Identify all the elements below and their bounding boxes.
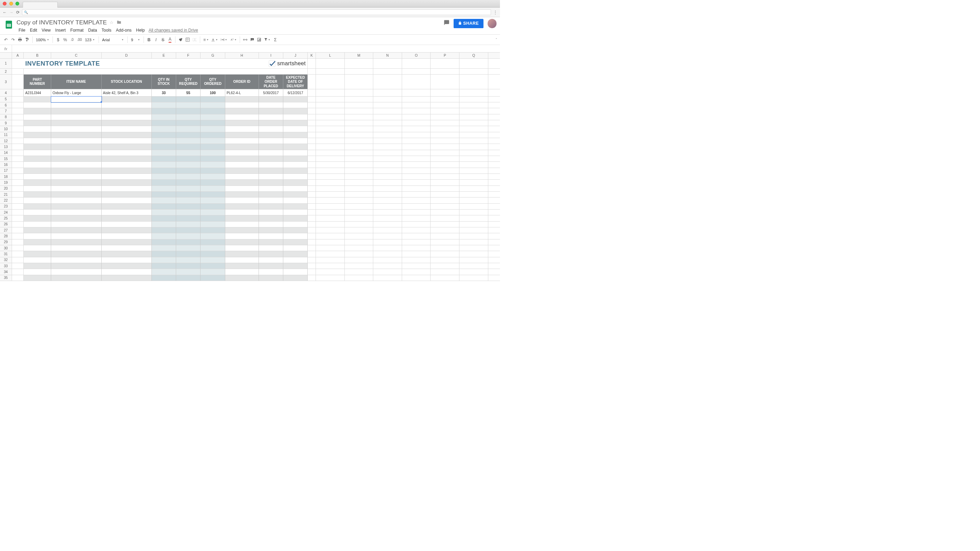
decrease-decimals-button[interactable]: .0	[69, 36, 75, 43]
cell[interactable]	[200, 150, 225, 156]
cell[interactable]	[12, 228, 24, 233]
cell[interactable]	[373, 210, 402, 215]
cell[interactable]	[316, 174, 345, 180]
cell[interactable]	[345, 89, 374, 96]
cell[interactable]	[488, 204, 500, 210]
cell[interactable]	[259, 204, 283, 210]
cell[interactable]	[373, 59, 402, 69]
cell[interactable]	[345, 215, 374, 221]
cell[interactable]	[283, 197, 308, 203]
cell[interactable]	[152, 257, 176, 263]
cell[interactable]	[460, 89, 488, 96]
cell[interactable]	[152, 204, 176, 210]
table-cell[interactable]: 100	[200, 89, 225, 96]
cell[interactable]	[176, 174, 200, 180]
cell[interactable]	[345, 210, 374, 215]
cell[interactable]	[176, 108, 200, 114]
cell[interactable]	[283, 251, 308, 257]
cell[interactable]	[283, 233, 308, 239]
cell[interactable]	[12, 156, 24, 162]
cell[interactable]	[316, 269, 345, 275]
cell[interactable]	[200, 162, 225, 168]
row-header-31[interactable]: 31	[0, 251, 12, 257]
row-header-22[interactable]: 22	[0, 197, 12, 203]
cell[interactable]	[176, 233, 200, 239]
cell[interactable]	[259, 115, 283, 120]
cell[interactable]	[225, 115, 259, 120]
cell[interactable]	[402, 108, 431, 114]
cell[interactable]	[176, 162, 200, 168]
cell[interactable]	[24, 150, 51, 156]
cell[interactable]	[200, 197, 225, 203]
cell[interactable]	[345, 245, 374, 251]
cell[interactable]	[283, 144, 308, 150]
cell[interactable]	[431, 233, 460, 239]
cell[interactable]	[152, 239, 176, 245]
cell[interactable]	[283, 150, 308, 156]
cell[interactable]	[176, 180, 200, 185]
cell[interactable]	[345, 174, 374, 180]
cell[interactable]	[316, 144, 345, 150]
cell[interactable]	[308, 156, 315, 162]
row-header-2[interactable]: 2	[0, 69, 12, 75]
cell[interactable]	[373, 168, 402, 174]
table-cell[interactable]: PL62-4-L	[225, 89, 259, 96]
cell[interactable]	[316, 126, 345, 132]
insert-link-button[interactable]	[242, 36, 248, 43]
print-button[interactable]	[17, 36, 23, 43]
cell[interactable]	[308, 186, 315, 192]
cell[interactable]	[152, 59, 176, 69]
cell[interactable]	[51, 269, 102, 275]
cell[interactable]	[308, 168, 315, 174]
cell[interactable]	[402, 210, 431, 215]
cell[interactable]	[431, 138, 460, 144]
cell[interactable]	[176, 69, 200, 75]
cell[interactable]	[373, 174, 402, 180]
cell[interactable]	[402, 269, 431, 275]
cell[interactable]	[225, 174, 259, 180]
cell[interactable]	[176, 59, 200, 69]
cell[interactable]	[488, 221, 500, 228]
cell[interactable]	[460, 221, 488, 228]
cell[interactable]	[200, 132, 225, 138]
cell[interactable]	[488, 162, 500, 168]
cell[interactable]	[373, 269, 402, 275]
cell[interactable]	[51, 180, 102, 185]
cell[interactable]	[283, 215, 308, 221]
smartsheet-logo[interactable]: smartsheet	[259, 59, 283, 69]
cell[interactable]	[51, 239, 102, 245]
cell[interactable]	[460, 192, 488, 197]
cell[interactable]	[51, 150, 102, 156]
cell[interactable]	[283, 239, 308, 245]
cell[interactable]	[460, 75, 488, 89]
cell[interactable]	[402, 115, 431, 120]
menu-format[interactable]: Format	[68, 27, 86, 33]
cell[interactable]	[373, 132, 402, 138]
cell[interactable]	[316, 228, 345, 233]
cell[interactable]	[345, 186, 374, 192]
cell[interactable]	[283, 138, 308, 144]
menu-view[interactable]: View	[40, 27, 53, 33]
cell[interactable]	[24, 174, 51, 180]
column-header-M[interactable]: M	[345, 53, 374, 58]
cell[interactable]	[51, 186, 102, 192]
row-header-30[interactable]: 30	[0, 245, 12, 251]
cell[interactable]	[316, 89, 345, 96]
cell[interactable]	[24, 132, 51, 138]
cell[interactable]	[345, 257, 374, 263]
cell[interactable]	[152, 168, 176, 174]
cell[interactable]	[460, 120, 488, 126]
column-header-C[interactable]: C	[51, 53, 102, 58]
cell[interactable]	[102, 210, 152, 215]
cell[interactable]	[51, 120, 102, 126]
cell[interactable]	[308, 210, 315, 215]
cell[interactable]	[316, 138, 345, 144]
cell[interactable]	[12, 257, 24, 263]
cell[interactable]	[259, 168, 283, 174]
cell[interactable]	[225, 150, 259, 156]
move-folder-icon[interactable]	[117, 20, 121, 25]
menu-file[interactable]: File	[16, 27, 27, 33]
cell[interactable]	[488, 69, 500, 75]
star-icon[interactable]: ☆	[110, 20, 114, 25]
cell[interactable]	[225, 126, 259, 132]
